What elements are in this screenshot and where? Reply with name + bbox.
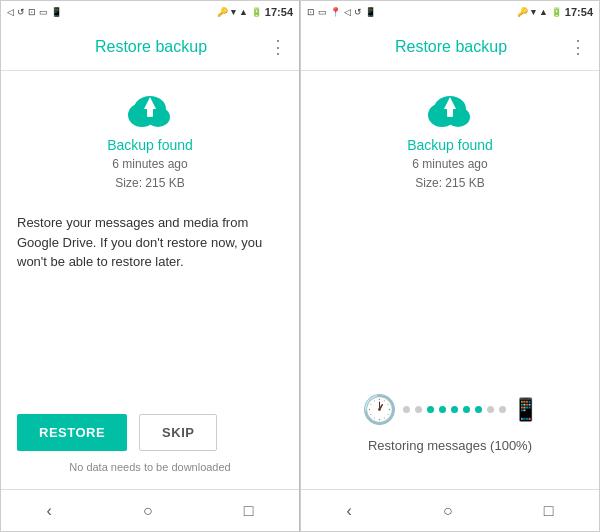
sb-icon-4: ▭ <box>39 7 48 17</box>
phone-device-icon: 📱 <box>512 397 539 423</box>
dots-track <box>403 406 506 413</box>
phone-2: ⊡ ▭ 📍 ◁ ↺ 📱 🔑 ▾ ▲ 🔋 17:54 Restore backup… <box>300 0 600 532</box>
no-download-text: No data needs to be downloaded <box>17 461 283 473</box>
sb2-battery-icon: 🔋 <box>551 7 562 17</box>
sb-wifi-icon: ▾ <box>231 7 236 17</box>
status-bar-left-2: ⊡ ▭ 📍 ◁ ↺ 📱 <box>307 7 376 17</box>
dot-1 <box>403 406 410 413</box>
back-nav-icon-1[interactable]: ‹ <box>35 498 64 524</box>
dot-5 <box>451 406 458 413</box>
history-icon: 🕐 <box>362 393 397 426</box>
menu-icon-1[interactable]: ⋮ <box>269 36 287 58</box>
app-bar-1: Restore backup ⋮ <box>1 23 299 71</box>
sb2-icon-5: ↺ <box>354 7 362 17</box>
progress-section: 🕐 📱 Res <box>317 393 583 473</box>
cloud-section-2: Backup found 6 minutes ago Size: 215 KB <box>317 87 583 193</box>
sb-key-icon: 🔑 <box>217 7 228 17</box>
status-time-2: 17:54 <box>565 6 593 18</box>
dot-4 <box>439 406 446 413</box>
home-nav-icon-1[interactable]: ○ <box>131 498 165 524</box>
dot-6 <box>463 406 470 413</box>
button-row-1: RESTORE SKIP <box>17 414 283 451</box>
status-bar-2: ⊡ ▭ 📍 ◁ ↺ 📱 🔑 ▾ ▲ 🔋 17:54 <box>301 1 599 23</box>
status-bar-1: ◁ ↺ ⊡ ▭ 📱 🔑 ▾ ▲ 🔋 17:54 <box>1 1 299 23</box>
restoring-status-text: Restoring messages (100%) <box>368 438 532 453</box>
sb2-key-icon: 🔑 <box>517 7 528 17</box>
dot-2 <box>415 406 422 413</box>
sb-icon-2: ↺ <box>17 7 25 17</box>
sb-battery-icon: 🔋 <box>251 7 262 17</box>
sb2-wifi-icon: ▾ <box>531 7 536 17</box>
sb2-icon-1: ⊡ <box>307 7 315 17</box>
app-title-1: Restore backup <box>33 38 269 56</box>
restore-description-1: Restore your messages and media from Goo… <box>17 213 283 272</box>
app-title-2: Restore backup <box>333 38 569 56</box>
dot-3 <box>427 406 434 413</box>
status-time-1: 17:54 <box>265 6 293 18</box>
status-bar-right-2: 🔑 ▾ ▲ 🔋 17:54 <box>517 6 593 18</box>
backup-time-2: 6 minutes ago Size: 215 KB <box>412 155 487 193</box>
recent-nav-icon-2[interactable]: □ <box>532 498 566 524</box>
sb-icon-1: ◁ <box>7 7 14 17</box>
recent-nav-icon-1[interactable]: □ <box>232 498 266 524</box>
status-bar-right-1: 🔑 ▾ ▲ 🔋 17:54 <box>217 6 293 18</box>
backup-found-label-1: Backup found <box>107 137 193 153</box>
nav-bar-2: ‹ ○ □ <box>301 489 599 531</box>
cloud-section-1: Backup found 6 minutes ago Size: 215 KB <box>17 87 283 193</box>
backup-time-1: 6 minutes ago Size: 215 KB <box>112 155 187 193</box>
dot-8 <box>487 406 494 413</box>
sb2-icon-4: ◁ <box>344 7 351 17</box>
phone-1: ◁ ↺ ⊡ ▭ 📱 🔑 ▾ ▲ 🔋 17:54 Restore backup ⋮ <box>0 0 300 532</box>
backup-found-label-2: Backup found <box>407 137 493 153</box>
restore-button[interactable]: RESTORE <box>17 414 127 451</box>
sb-icon-3: ⊡ <box>28 7 36 17</box>
cloud-upload-icon <box>122 87 178 131</box>
dot-9 <box>499 406 506 413</box>
sb2-signal-icon: ▲ <box>539 7 548 17</box>
cloud-upload-icon-2 <box>422 87 478 131</box>
sb-icon-5: 📱 <box>51 7 62 17</box>
menu-icon-2[interactable]: ⋮ <box>569 36 587 58</box>
status-bar-left-1: ◁ ↺ ⊡ ▭ 📱 <box>7 7 62 17</box>
back-nav-icon-2[interactable]: ‹ <box>335 498 364 524</box>
nav-bar-1: ‹ ○ □ <box>1 489 299 531</box>
dot-7 <box>475 406 482 413</box>
sb2-icon-6: 📱 <box>365 7 376 17</box>
sb2-icon-2: ▭ <box>318 7 327 17</box>
content-2: Backup found 6 minutes ago Size: 215 KB … <box>301 71 599 489</box>
app-bar-2: Restore backup ⋮ <box>301 23 599 71</box>
home-nav-icon-2[interactable]: ○ <box>431 498 465 524</box>
progress-track: 🕐 📱 <box>352 393 549 426</box>
sb2-icon-3: 📍 <box>330 7 341 17</box>
content-1: Backup found 6 minutes ago Size: 215 KB … <box>1 71 299 489</box>
skip-button[interactable]: SKIP <box>139 414 217 451</box>
sb-signal-icon: ▲ <box>239 7 248 17</box>
